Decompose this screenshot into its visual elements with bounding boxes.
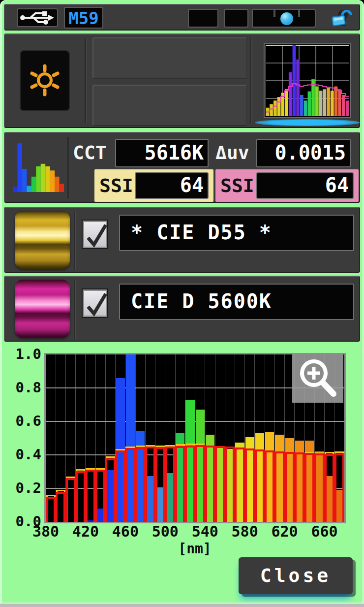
gold-roll-icon [15,211,70,269]
status-box-2 [224,9,248,28]
preset-panel [4,33,360,128]
preset-slot-1[interactable] [92,37,247,79]
light-source-button[interactable] [20,50,70,111]
divider [250,38,252,123]
ssi-pink-label: SSI [220,172,254,199]
ssi-pink-value-field: 64 [256,172,354,199]
cct-label: CCT [73,139,107,166]
checkmark-icon [84,291,110,319]
reference-gold-label: * CIE D55 * [131,221,272,244]
x-tick-label: 620 [265,524,304,540]
lock-open-icon[interactable] [331,8,354,30]
ssi-gold-label: SSI [99,172,133,199]
level-tick-left [273,10,275,17]
memory-badge: M59 [64,7,103,29]
x-tick-label: 380 [26,524,65,540]
usb-icon [19,10,56,26]
reference-pink-field[interactable]: CIE D 5600K [119,284,354,320]
reference-gold-checkbox[interactable] [83,221,107,248]
close-button[interactable]: Close [239,557,353,594]
level-indicator-ball [280,12,293,25]
bottom-bezel [0,603,364,607]
duv-label: Δuv [215,139,249,166]
preset-slot-2[interactable] [92,85,247,126]
cct-value-field: 5616K [115,139,209,167]
ssi-gold-value: 64 [180,174,204,196]
x-tick-label: 580 [225,524,265,540]
divider [67,137,69,198]
reference-pink-panel: CIE D 5600K [4,276,360,342]
spectrum-thumbnail [266,45,349,116]
duv-value-field: 0.0015 [256,139,351,167]
checkmark-icon [84,222,110,251]
x-tick-label: 540 [185,524,225,540]
pink-roll-icon [15,280,70,338]
zoom-in-button[interactable] [292,354,343,403]
status-box-1 [188,9,218,28]
status-bar: M59 [4,4,360,31]
reference-gold-panel: * CIE D55 * [4,207,360,273]
spd-chart: 1.00.80.60.40.20.0 380420460500540580620… [0,343,364,557]
ssi-gold-value-field: 64 [135,172,209,199]
reference-gold-field[interactable]: * CIE D55 * [119,215,354,251]
zoom-in-icon [292,354,343,403]
close-button-label: Close [260,565,331,586]
divider [74,211,76,270]
selection-glow [255,119,360,126]
y-tick-label: 0.6 [13,413,41,429]
y-tick-label: 0.8 [13,380,41,395]
y-tick-label: 0.2 [13,480,41,496]
level-tick-right [298,10,300,17]
duv-value: 0.0015 [275,141,346,164]
cct-value: 5616K [145,141,204,164]
x-tick-label: 460 [106,524,145,540]
measurement-panel: CCT 5616K Δuv 0.0015 SSI 64 SSI 64 [4,132,360,203]
y-tick-label: 1.0 [13,346,41,362]
x-tick-label: 660 [305,524,344,540]
usb-box [17,8,58,27]
reference-pink-checkbox[interactable] [83,289,107,317]
level-indicator [252,9,316,28]
memory-label: M59 [68,8,98,28]
divider [85,38,87,123]
ssi-pink-value: 64 [325,174,349,196]
reference-pink-label: CIE D 5600K [131,290,272,313]
spectrum-icon [13,141,64,195]
spectrum-thumbnail-button[interactable] [258,38,356,125]
x-tick-label: 420 [66,524,105,540]
divider [74,280,76,339]
plot-frame [44,353,346,523]
x-tick-label: 500 [146,524,185,540]
y-tick-label: 0.4 [13,447,41,462]
spectrometer-screen: M59 [0,0,364,607]
x-axis-unit: [nm] [165,541,224,557]
light-source-icon [28,63,62,97]
